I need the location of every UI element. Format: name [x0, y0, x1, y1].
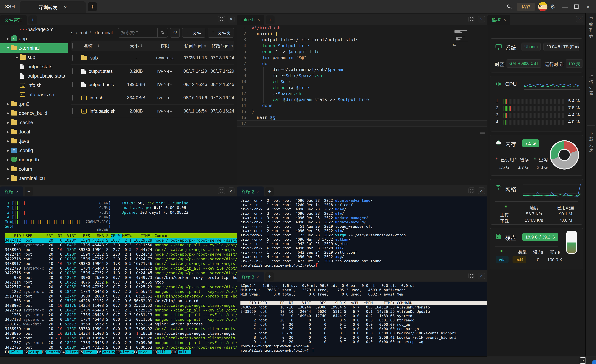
process-row[interactable]: 3422715 root 20 0 1028M 159M 47252 S 1.3… [5, 271, 237, 275]
terminal1-screen[interactable]: 1 [|||||8.6%] 2 [||||9.5%] 3 [|||||7.3%]… [0, 197, 237, 356]
close-panel-icon[interactable]: × [478, 273, 485, 279]
process-row[interactable]: 3477114 root 20 0 10752 4076 3252 R 0.7 … [5, 280, 237, 284]
gear-icon[interactable]: ⚙ [548, 2, 557, 11]
tree-right-icon[interactable]: ▶ [5, 121, 11, 124]
vip-badge[interactable]: VIP [517, 3, 535, 11]
process-row[interactable]: 3438917 root 10 -10 135M 39380 19964 S 1… [5, 261, 237, 266]
tree-right-icon[interactable]: ▶ [5, 149, 11, 152]
tree-item-info-sh[interactable]: >_info.sh [0, 81, 68, 90]
column-header-1[interactable]: 大小▲▼ [123, 43, 149, 49]
quick-terminal-icon[interactable]: > [580, 357, 586, 364]
tree-down-icon[interactable]: ▼ [5, 46, 11, 50]
tree-item-opencv-build[interactable]: ▶opencv_build [0, 109, 68, 118]
process-row[interactable]: 1287 systemd-c 20 0 1841M 173M 46448 S 0… [5, 340, 237, 345]
close-icon[interactable]: × [16, 189, 19, 194]
close-panel-icon[interactable]: × [228, 188, 234, 194]
tree-item-package-xml[interactable]: </>package.xml [0, 25, 68, 34]
process-row[interactable]: 1263 systemd-c 20 0 1841M 173M 46448 S 0… [5, 313, 237, 317]
editor-minimap[interactable] [453, 28, 467, 48]
tree-item-sub[interactable]: ▶sub [0, 53, 68, 62]
process-row[interactable]: 3438939 root 10 -10 135M 39380 19964 S 0… [5, 327, 237, 331]
close-icon[interactable]: × [257, 189, 259, 194]
tree-item--config[interactable]: ▶⚙.config [0, 146, 68, 155]
expand-panel-icon[interactable] [218, 16, 225, 22]
terminal3-screen[interactable]: %Cpu(s): 1.6 us, 1.6 sy, 0.0 ni, 96.8 id… [237, 282, 487, 356]
tree-item--local[interactable]: ▶.local [0, 127, 68, 137]
tree-item-mongodb[interactable]: ▶mongodb [0, 155, 68, 164]
tree-right-icon[interactable]: ▶ [5, 111, 11, 115]
file-row-output.basic.stats[interactable]: output.basic.stats199.0BiBrw-r--r--08/12… [71, 78, 234, 91]
tab-terminal1[interactable]: 终端 × [0, 187, 23, 197]
column-header-2[interactable]: 权限 [149, 43, 180, 49]
process-row[interactable]: 3438902 root 10 -10 83176 14324 11408 S … [5, 303, 237, 308]
tab-monitor[interactable]: 监控 × [487, 15, 510, 25]
tree-item-output-basic-stats[interactable]: output.basic.stats [0, 71, 68, 81]
side-tab-0[interactable]: 书签列表 [588, 17, 594, 39]
tree-item--xterminal[interactable]: ▼.xterminal [0, 43, 68, 53]
expand-panel-icon[interactable] [469, 273, 475, 279]
process-row[interactable]: 3422729 systemd-c 20 0 1841M 173M 46448 … [5, 308, 237, 313]
tree-right-icon[interactable]: ▶ [5, 130, 11, 134]
column-header-4[interactable]: 修改时间▲▼ [210, 43, 234, 49]
expand-panel-icon[interactable] [469, 188, 475, 194]
search-files-input[interactable] [118, 30, 160, 35]
file-table-header[interactable]: 名称▲▼大小▲▼权限访问时间▲▼修改时间▲▼ [71, 41, 234, 51]
tab-info-sh[interactable]: info.sh × [237, 15, 264, 25]
process-row[interactable]: 553 root 20 0 1532M 44228 31132 S 0.7 0.… [5, 298, 237, 303]
minimize-icon[interactable]: — [561, 2, 569, 11]
tab-file-manager[interactable]: 文件管理 [0, 15, 27, 25]
close-window-icon[interactable]: × [584, 2, 592, 11]
expand-panel-icon[interactable] [218, 188, 225, 194]
new-terminal-tab-button[interactable]: + [25, 187, 33, 196]
side-tab-1[interactable]: 上传列表 [588, 74, 594, 97]
row-checkbox[interactable] [71, 82, 81, 87]
favorite-button[interactable]: ♡ [170, 28, 180, 38]
expand-panel-icon[interactable] [469, 16, 475, 22]
side-tab-2[interactable]: 下载列表 [588, 131, 594, 154]
new-session-button[interactable]: + [88, 2, 97, 11]
process-row[interactable]: 3457193 systemd-c 20 0 1841M 173M 46448 … [5, 317, 237, 322]
avatar[interactable] [538, 2, 547, 11]
close-icon[interactable]: × [64, 5, 67, 10]
tree-right-icon[interactable]: ▶ [5, 158, 11, 161]
code-editor[interactable]: 1#!/bin/bash2__main() {3 output_file=~/.… [237, 25, 487, 185]
new-terminal-tab-button[interactable]: + [265, 187, 274, 196]
tree-item-coturn[interactable]: ▶coturn [0, 164, 68, 174]
process-row[interactable]: 3422716 root 20 0 1028M 159M 47252 S 2.0… [5, 257, 237, 261]
session-tab[interactable]: 深圳转发 × [20, 1, 86, 13]
tree-item-app[interactable]: ▶⚙app [0, 34, 68, 43]
search-files-box[interactable] [118, 28, 168, 37]
process-row[interactable]: 1201821 www-data 20 0 52672 9560 6952 S … [5, 322, 237, 327]
close-icon[interactable]: × [257, 274, 259, 279]
column-header-3[interactable]: 访问时间▲▼ [180, 43, 210, 49]
breadcrumb[interactable]: ⌂ / root / .xterminal [71, 30, 118, 36]
process-row[interactable]: 1091 systemd-c 20 0 1841M 173M 46448 S 3… [5, 243, 237, 247]
close-panel-icon[interactable]: × [478, 188, 485, 194]
new-editor-tab-button[interactable]: + [266, 15, 275, 24]
select-all-checkbox[interactable] [71, 43, 81, 48]
upload-file-button[interactable]: 文件 [182, 28, 205, 38]
editor-scrollbar[interactable] [480, 132, 485, 134]
process-row[interactable]: 3422726 root 20 0 1028M 159M 47252 S 0.0… [5, 345, 237, 350]
process-row[interactable]: 3422714 root 20 0 1028M 159M 47252 S 2.0… [5, 252, 237, 257]
close-panel-icon[interactable]: × [228, 16, 234, 22]
terminal2-screen[interactable]: drwxr-xr-x 2 root root 4096 Dec 28 2022 … [237, 197, 487, 270]
row-checkbox[interactable] [71, 55, 81, 60]
close-icon[interactable]: × [257, 17, 260, 22]
file-row-info.sh[interactable]: >_info.sh334.0BiBrw-r--r--08/16 16:5607/… [71, 91, 234, 105]
upload-folder-button[interactable]: 文件夹 [208, 28, 234, 38]
tree-right-icon[interactable]: ▶ [5, 177, 11, 180]
process-row[interactable]: 1272 systemd-c 20 0 1841M 173M 46448 S 0… [5, 289, 237, 294]
tree-item--pm2[interactable]: ▶.pm2 [0, 99, 68, 109]
column-header-0[interactable]: 名称▲▼ [81, 43, 123, 49]
search-files-icon[interactable] [157, 28, 168, 37]
tree-right-icon[interactable]: ▶ [14, 56, 20, 59]
close-icon[interactable]: × [503, 17, 506, 22]
file-row-sub[interactable]: sub-rwxr-xr-x07/25 11:1307/18 16:24 [71, 51, 234, 65]
home-icon[interactable]: ⌂ [71, 30, 74, 36]
close-panel-icon[interactable]: × [478, 16, 485, 22]
search-icon[interactable] [505, 2, 514, 11]
breadcrumb-dir[interactable]: .xterminal [93, 30, 113, 35]
file-row-info.basic.sh[interactable]: >_info.basic.sh2.0KiBrw-r--r--08/11 16:5… [71, 105, 234, 118]
row-checkbox[interactable] [71, 69, 81, 74]
